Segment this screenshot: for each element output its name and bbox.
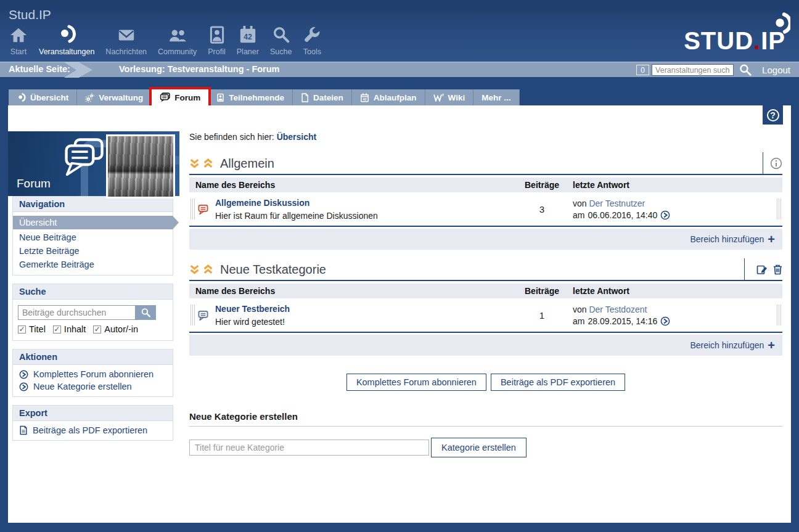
location-link-uebersicht[interactable]: Übersicht <box>277 132 317 142</box>
tab-teilnehmende[interactable]: Teilnehmende <box>208 89 293 105</box>
widget-body: Komplettes Forum abonnieren Neue Kategor… <box>13 365 173 396</box>
action-new-category[interactable]: Neue Kategorie erstellen <box>13 380 173 393</box>
nav-item-start[interactable]: Start <box>4 23 33 56</box>
course-search-input[interactable] <box>652 64 734 76</box>
area-description: Hier wird getestet! <box>215 317 290 327</box>
goto-post-icon[interactable] <box>660 316 670 326</box>
sidebar-item-label: Neue Beiträge <box>19 232 76 242</box>
seminar-spiral-icon <box>57 23 76 44</box>
expand-all-icon[interactable] <box>203 264 213 275</box>
search-submit-icon[interactable] <box>739 63 752 77</box>
question-mark-icon: ? <box>767 109 779 121</box>
nav-item-nachrichten[interactable]: Nachrichten <box>100 23 152 56</box>
info-icon[interactable] <box>770 157 782 170</box>
help-button[interactable]: ? <box>763 105 783 125</box>
sidebar-item-gemerkte-beitraege[interactable]: Gemerkte Beiträge <box>13 258 173 271</box>
tab-label: Verwaltung <box>99 93 143 102</box>
forum-search-button[interactable] <box>136 305 156 320</box>
area-name-cell: Neuer Testbereich Hier wird getestet! <box>189 303 517 327</box>
drag-handle-icon[interactable] <box>777 198 781 219</box>
goto-post-icon[interactable] <box>660 210 670 220</box>
nav-item-veranstaltungen[interactable]: Veranstaltungen <box>33 23 100 56</box>
nav-item-tools[interactable]: Tools <box>297 23 327 56</box>
home-icon <box>9 23 28 44</box>
action-export-pdf[interactable]: Beiträge als PDF exportieren <box>13 424 173 436</box>
sidebar-hero-title: Forum <box>17 177 51 190</box>
tab-wiki[interactable]: Wiki <box>425 89 474 105</box>
table-header-row: Name des Bereichs Beiträge letzte Antwor… <box>189 178 782 192</box>
tab-verwaltung[interactable]: Verwaltung <box>77 89 152 105</box>
breadcrumb-bar: Aktuelle Seite: Vorlesung: Testveranstal… <box>0 62 799 77</box>
tab-label: Teilnehmende <box>229 93 284 102</box>
at-label: am <box>573 316 584 326</box>
location-breadcrumb: Sie befinden sich hier: Übersicht <box>189 132 782 142</box>
nav-item-planer[interactable]: 42 Planer <box>231 23 264 56</box>
trash-icon[interactable] <box>773 264 782 275</box>
add-area-link[interactable]: Bereich hinzufügen + <box>690 340 775 350</box>
checkbox-autor[interactable]: ✓ Autor/-in <box>93 324 138 334</box>
action-label: Beiträge als PDF exportieren <box>33 425 147 435</box>
collapse-all-icon[interactable] <box>189 158 200 169</box>
tab-dateien[interactable]: Dateien <box>293 89 352 105</box>
expand-all-icon[interactable] <box>203 158 213 169</box>
last-answer-cell: von Der Testdozent am 28.09.2015, 14:16 <box>573 305 782 326</box>
posts-count: 1 <box>517 310 573 321</box>
community-icon <box>168 23 187 44</box>
drag-handle-icon[interactable] <box>777 305 781 325</box>
tab-uebersicht[interactable]: Übersicht <box>9 89 77 105</box>
course-tabs: Übersicht Verwaltung Forum Teilnehmende … <box>9 89 520 105</box>
action-subscribe-forum[interactable]: Komplettes Forum abonnieren <box>13 368 173 380</box>
tab-ablaufplan[interactable]: 42 Ablaufplan <box>352 89 425 105</box>
drag-handle-icon[interactable] <box>191 305 195 325</box>
widget-title: Suche <box>13 284 173 300</box>
area-description: Hier ist Raum für allgemeine Diskussione… <box>215 211 378 221</box>
category-title: Neue Testkategorie <box>220 263 326 277</box>
logo-spiral-icon <box>768 12 790 35</box>
sidebar-item-neue-beitraege[interactable]: Neue Beiträge <box>13 231 173 244</box>
last-answer-date: 06.06.2016, 14:40 <box>588 210 657 220</box>
checkbox-label: Inhalt <box>64 324 86 334</box>
nav-label: Profil <box>208 47 225 56</box>
page-content: ? Forum Navigation Übersicht Neue Beiträ… <box>8 105 791 523</box>
sidebar-item-label: Übersicht <box>19 218 57 227</box>
search-filter-checkboxes: ✓ Titel ✓ Inhalt ✓ Autor/-in <box>13 323 173 337</box>
collapse-all-icon[interactable] <box>189 264 200 275</box>
tab-forum[interactable]: Forum <box>152 89 208 105</box>
svg-text:42: 42 <box>244 33 252 41</box>
area-link[interactable]: Allgemeine Diskussion <box>215 198 309 208</box>
forum-search-input[interactable] <box>18 305 136 320</box>
schedule-icon: 42 <box>360 93 369 102</box>
forum-action-buttons: Komplettes Forum abonnieren Beiträge als… <box>189 374 782 391</box>
area-link[interactable]: Neuer Testbereich <box>215 304 290 314</box>
widget-aktionen: Aktionen Komplettes Forum abonnieren Neu… <box>12 349 173 397</box>
nav-item-profil[interactable]: Profil <box>202 23 231 56</box>
logout-link[interactable]: Logout <box>762 65 790 75</box>
widget-export: Export Beiträge als PDF exportieren <box>12 405 173 441</box>
author-link[interactable]: Der Testnutzer <box>589 198 645 208</box>
widget-body: ✓ Titel ✓ Inhalt ✓ Autor/-in <box>13 300 173 340</box>
subscribe-forum-button[interactable]: Komplettes Forum abonnieren <box>346 374 486 391</box>
drag-handle-icon[interactable] <box>191 198 195 219</box>
forum-bubble-icon <box>197 309 209 321</box>
checkbox-titel[interactable]: ✓ Titel <box>18 324 46 334</box>
nav-item-suche[interactable]: Suche <box>264 23 297 56</box>
studip-logo: STUD.IP <box>684 27 785 55</box>
nav-label: Planer <box>237 47 259 56</box>
checkbox-inhalt[interactable]: ✓ Inhalt <box>53 324 86 334</box>
tab-mehr[interactable]: Mehr ... <box>473 89 519 105</box>
last-answer-author-line: von Der Testdozent <box>573 305 782 314</box>
unread-forum-bubble-icon <box>197 203 209 215</box>
sidebar-item-uebersicht[interactable]: Übersicht <box>13 216 173 229</box>
new-category-form: Kategorie erstellen <box>189 438 782 457</box>
add-area-link[interactable]: Bereich hinzufügen + <box>690 234 775 244</box>
author-link[interactable]: Der Testdozent <box>589 305 647 314</box>
create-category-button[interactable]: Kategorie erstellen <box>431 438 527 457</box>
export-pdf-button[interactable]: Beiträge als PDF exportieren <box>491 374 625 391</box>
category-header: Allgemein <box>189 153 782 175</box>
nav-item-community[interactable]: Community <box>152 23 202 56</box>
edit-icon[interactable] <box>756 264 768 275</box>
breadcrumb-right-cluster: 0 Logout <box>636 62 795 78</box>
new-category-title-input[interactable] <box>189 440 429 456</box>
sidebar-item-letzte-beitraege[interactable]: Letzte Beiträge <box>13 244 173 258</box>
notification-counter[interactable]: 0 <box>636 65 649 75</box>
